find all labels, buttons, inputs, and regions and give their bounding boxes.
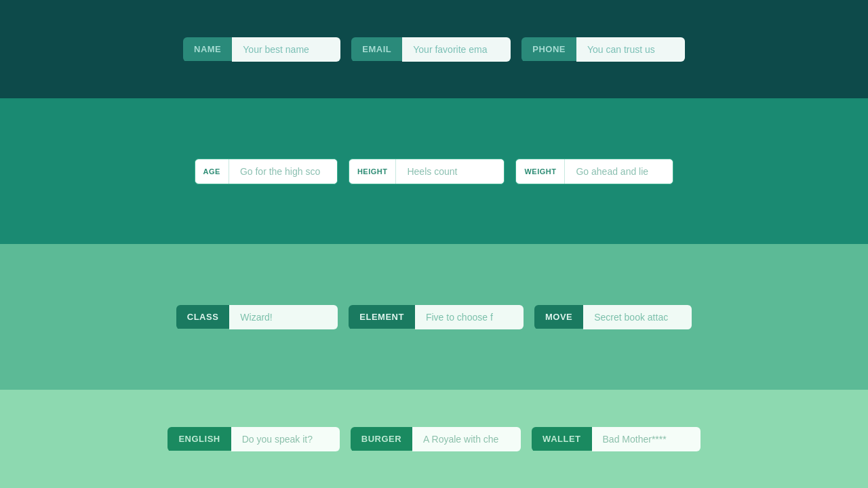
height-label: HEIGHT [349,161,396,182]
field-group-3: Class Element Move [176,305,692,329]
move-label: Move [534,305,583,329]
phone-input[interactable] [576,37,685,62]
age-label: AGE [195,161,229,182]
name-input[interactable] [232,37,340,62]
field-group-1: Name Email Phone [183,37,685,62]
age-field-item: AGE [195,159,338,184]
name-field-item: Name [183,37,340,62]
element-input[interactable] [415,305,524,329]
element-field-item: Element [349,305,524,329]
burger-input[interactable] [412,427,521,451]
burger-label: Burger [351,427,412,451]
english-field-item: English [167,427,339,451]
class-input[interactable] [229,305,338,329]
section-4: English Burger Wallet [0,390,868,488]
move-input[interactable] [583,305,692,329]
phone-field-item: Phone [521,37,685,62]
move-field-item: Move [534,305,692,329]
weight-input[interactable] [564,159,673,184]
english-label: English [167,427,231,451]
section-2: AGE HEIGHT WEIGHT [0,98,868,244]
height-input[interactable] [395,159,504,184]
wallet-label: Wallet [532,427,591,451]
class-field-item: Class [176,305,338,329]
english-input[interactable] [231,427,340,451]
weight-field-item: WEIGHT [515,159,673,184]
email-input[interactable] [402,37,511,62]
wallet-input[interactable] [592,427,701,451]
name-label: Name [183,37,232,61]
section-3: Class Element Move [0,244,868,390]
phone-label: Phone [521,37,576,61]
email-label: Email [351,37,402,61]
height-field-item: HEIGHT [349,159,505,184]
wallet-field-item: Wallet [532,427,700,451]
section-1: Name Email Phone [0,0,868,98]
class-label: Class [176,305,230,329]
field-group-4: English Burger Wallet [167,427,700,451]
field-group-2: AGE HEIGHT WEIGHT [195,159,674,184]
age-input[interactable] [229,159,337,184]
weight-label: WEIGHT [516,161,564,182]
email-field-item: Email [351,37,511,62]
element-label: Element [349,305,415,329]
burger-field-item: Burger [351,427,521,451]
